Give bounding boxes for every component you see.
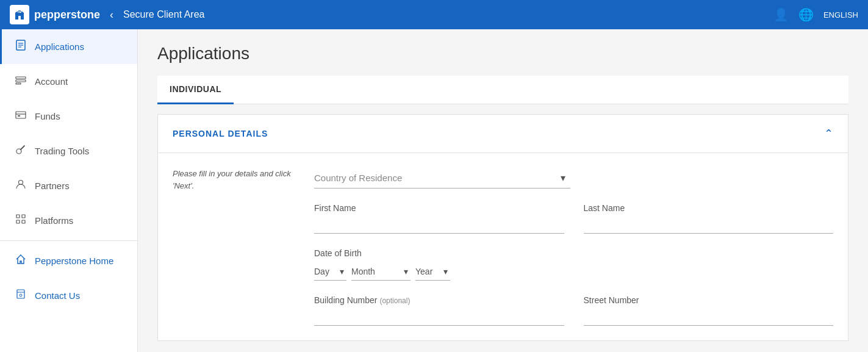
- dob-selects: Day ▾ Month JanuaryFebruaryMarch AprilMa…: [314, 263, 833, 281]
- street-number-field: Street Number: [584, 295, 834, 326]
- sidebar-item-trading-tools[interactable]: Trading Tools: [0, 134, 137, 168]
- building-number-label: Building Number (optional): [314, 295, 564, 305]
- funds-icon: [14, 109, 27, 124]
- sidebar-item-partners[interactable]: Partners: [0, 168, 137, 203]
- header: P pepperstone ‹ Secure Client Area 👤 🌐 E…: [0, 0, 868, 29]
- form-hint: Please fill in your details and click 'N…: [173, 168, 295, 326]
- sidebar-item-pepperstone-home[interactable]: Pepperstone Home: [0, 243, 137, 278]
- tab-individual[interactable]: INDIVIDUAL: [157, 76, 234, 104]
- header-actions: 👤 🌐 ENGLISH: [773, 7, 858, 22]
- svg-rect-16: [16, 220, 20, 223]
- svg-rect-8: [16, 83, 21, 84]
- country-field-row: Australia United Kingdom United States G…: [314, 168, 833, 189]
- address-row: Building Number (optional) Street Number: [314, 295, 833, 326]
- back-button[interactable]: ‹: [110, 9, 113, 21]
- day-select-wrapper[interactable]: Day ▾: [314, 263, 346, 281]
- dob-section: Date of Birth Day ▾ Month: [314, 248, 833, 281]
- sidebar-label-trading-tools: Trading Tools: [35, 146, 89, 156]
- svg-rect-18: [22, 220, 25, 223]
- svg-rect-9: [16, 112, 26, 118]
- sidebar-item-account[interactable]: Account: [0, 64, 137, 99]
- last-name-label: Last Name: [584, 203, 834, 213]
- header-title: Secure Client Area: [123, 9, 773, 20]
- day-select[interactable]: Day: [314, 263, 346, 280]
- first-name-input[interactable]: [314, 215, 564, 234]
- form-body: Please fill in your details and click 'N…: [158, 153, 848, 340]
- name-row: First Name Last Name: [314, 203, 833, 234]
- country-select[interactable]: Australia United Kingdom United States G…: [314, 168, 570, 188]
- main-content: Applications INDIVIDUAL PERSONAL DETAILS…: [138, 29, 868, 352]
- trading-tools-icon: [14, 143, 27, 159]
- page-title: Applications: [157, 44, 848, 63]
- sidebar-divider: [0, 240, 137, 241]
- language-selector[interactable]: ENGLISH: [823, 10, 858, 20]
- svg-rect-6: [16, 77, 26, 79]
- building-optional-label: (optional): [379, 296, 410, 305]
- year-select[interactable]: Year: [415, 263, 450, 280]
- street-number-input[interactable]: [584, 307, 834, 326]
- sidebar-label-account: Account: [35, 76, 68, 87]
- form-fields: Australia United Kingdom United States G…: [314, 168, 833, 326]
- section-header: PERSONAL DETAILS ⌃: [158, 115, 848, 153]
- building-number-field: Building Number (optional): [314, 295, 564, 326]
- svg-rect-17: [22, 215, 25, 218]
- svg-rect-7: [16, 80, 26, 82]
- logo[interactable]: P pepperstone: [10, 5, 100, 24]
- globe-icon[interactable]: 🌐: [798, 7, 814, 22]
- month-select[interactable]: Month JanuaryFebruaryMarch AprilMayJune …: [351, 263, 411, 280]
- account-icon: [14, 74, 27, 89]
- applications-icon: [14, 39, 27, 54]
- svg-rect-11: [18, 115, 20, 117]
- platforms-icon: [14, 213, 27, 228]
- sidebar-item-contact-us[interactable]: Contact Us: [0, 278, 137, 313]
- tabs-container: INDIVIDUAL: [157, 76, 848, 104]
- logo-icon: P: [10, 5, 29, 24]
- sidebar-label-contact-us: Contact Us: [35, 290, 80, 301]
- user-icon[interactable]: 👤: [773, 7, 789, 22]
- first-name-field: First Name: [314, 203, 564, 234]
- section-title: PERSONAL DETAILS: [173, 129, 268, 138]
- dob-label: Date of Birth: [314, 248, 833, 258]
- last-name-input[interactable]: [584, 215, 834, 234]
- home-icon: [14, 253, 27, 268]
- year-select-wrapper[interactable]: Year ▾: [415, 263, 450, 281]
- section-toggle-icon[interactable]: ⌃: [824, 127, 833, 140]
- svg-rect-15: [16, 215, 20, 218]
- partners-icon: [14, 178, 27, 193]
- month-select-wrapper[interactable]: Month JanuaryFebruaryMarch AprilMayJune …: [351, 263, 411, 281]
- sidebar-label-platforms: Platforms: [35, 215, 73, 226]
- country-select-wrapper[interactable]: Australia United Kingdom United States G…: [314, 168, 570, 189]
- building-number-input[interactable]: [314, 307, 564, 326]
- svg-text:P: P: [18, 10, 21, 14]
- street-number-label: Street Number: [584, 295, 834, 305]
- svg-point-21: [20, 294, 22, 296]
- logo-text: pepperstone: [34, 9, 100, 21]
- sidebar-item-applications[interactable]: Applications: [0, 29, 137, 64]
- form-card: PERSONAL DETAILS ⌃ Please fill in your d…: [157, 114, 848, 341]
- sidebar-label-funds: Funds: [35, 111, 60, 121]
- sidebar-label-applications: Applications: [35, 41, 84, 52]
- sidebar-label-partners: Partners: [35, 181, 70, 191]
- last-name-field: Last Name: [584, 203, 834, 234]
- contact-icon: [14, 288, 27, 303]
- sidebar-label-pepperstone-home: Pepperstone Home: [35, 256, 113, 266]
- first-name-label: First Name: [314, 203, 564, 213]
- sidebar-item-platforms[interactable]: Platforms: [0, 203, 137, 238]
- svg-line-13: [21, 146, 24, 149]
- sidebar: Applications Account Funds: [0, 29, 138, 352]
- sidebar-item-funds[interactable]: Funds: [0, 99, 137, 134]
